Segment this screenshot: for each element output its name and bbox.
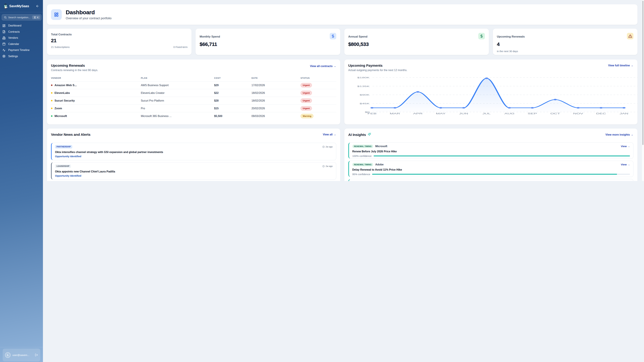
svg-text:$135K: $135K — [357, 85, 370, 87]
svg-text:NOV: NOV — [573, 112, 583, 115]
svg-text:JAN: JAN — [620, 112, 628, 115]
svg-text:DEC: DEC — [596, 112, 606, 115]
svg-text:AUG: AUG — [504, 112, 514, 115]
svg-text:$45K: $45K — [360, 103, 370, 105]
svg-text:MAR: MAR — [390, 112, 400, 115]
svg-text:APR: APR — [413, 112, 422, 115]
svg-text:MAY: MAY — [436, 112, 446, 115]
svg-text:JUL: JUL — [482, 112, 490, 115]
svg-text:JUN: JUN — [459, 112, 468, 115]
svg-text:$180K: $180K — [357, 77, 370, 79]
svg-text:SEP: SEP — [528, 112, 537, 115]
svg-text:$90K: $90K — [360, 94, 370, 96]
svg-text:OCT: OCT — [550, 112, 560, 115]
svg-text:FEB: FEB — [368, 112, 376, 115]
